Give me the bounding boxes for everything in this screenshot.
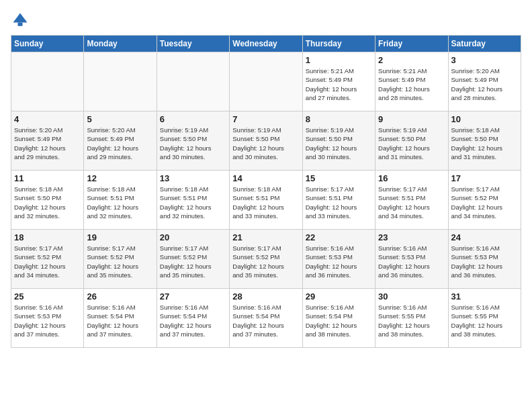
week-row-5: 25Sunrise: 5:16 AM Sunset: 5:53 PM Dayli…: [11, 289, 521, 348]
calendar-cell: 26Sunrise: 5:16 AM Sunset: 5:54 PM Dayli…: [84, 289, 157, 348]
day-info: Sunrise: 5:20 AM Sunset: 5:49 PM Dayligh…: [14, 126, 81, 161]
calendar-cell: 30Sunrise: 5:16 AM Sunset: 5:55 PM Dayli…: [375, 289, 448, 348]
day-info: Sunrise: 5:16 AM Sunset: 5:54 PM Dayligh…: [232, 303, 299, 338]
calendar-cell: 25Sunrise: 5:16 AM Sunset: 5:53 PM Dayli…: [11, 289, 84, 348]
day-number: 15: [306, 173, 372, 183]
week-row-3: 11Sunrise: 5:18 AM Sunset: 5:50 PM Dayli…: [11, 171, 521, 230]
logo: [11, 11, 32, 30]
day-number: 8: [306, 114, 372, 124]
calendar-cell: [230, 52, 302, 111]
day-number: 6: [160, 114, 226, 124]
day-info: Sunrise: 5:16 AM Sunset: 5:54 PM Dayligh…: [160, 303, 226, 338]
day-number: 7: [232, 114, 299, 124]
calendar-cell: 22Sunrise: 5:16 AM Sunset: 5:53 PM Dayli…: [302, 230, 375, 289]
day-number: 17: [451, 173, 518, 183]
day-number: 13: [160, 173, 226, 183]
calendar-cell: 6Sunrise: 5:19 AM Sunset: 5:50 PM Daylig…: [157, 111, 229, 171]
calendar-cell: 17Sunrise: 5:17 AM Sunset: 5:52 PM Dayli…: [448, 171, 521, 230]
day-number: 11: [14, 173, 81, 183]
day-number: 12: [87, 173, 153, 183]
day-info: Sunrise: 5:16 AM Sunset: 5:53 PM Dayligh…: [14, 303, 81, 338]
week-row-4: 18Sunrise: 5:17 AM Sunset: 5:52 PM Dayli…: [11, 230, 521, 289]
day-info: Sunrise: 5:17 AM Sunset: 5:52 PM Dayligh…: [232, 244, 299, 279]
day-info: Sunrise: 5:19 AM Sunset: 5:50 PM Dayligh…: [232, 126, 299, 161]
day-number: 23: [378, 232, 445, 242]
day-number: 9: [378, 114, 445, 124]
day-info: Sunrise: 5:18 AM Sunset: 5:50 PM Dayligh…: [451, 126, 518, 161]
day-info: Sunrise: 5:20 AM Sunset: 5:49 PM Dayligh…: [451, 66, 518, 102]
calendar-cell: 16Sunrise: 5:17 AM Sunset: 5:51 PM Dayli…: [375, 171, 448, 230]
page-header: [11, 11, 521, 30]
day-info: Sunrise: 5:16 AM Sunset: 5:53 PM Dayligh…: [451, 244, 518, 279]
day-number: 30: [378, 291, 445, 302]
day-info: Sunrise: 5:19 AM Sunset: 5:50 PM Dayligh…: [306, 126, 372, 161]
day-info: Sunrise: 5:16 AM Sunset: 5:55 PM Dayligh…: [378, 303, 445, 338]
day-number: 31: [451, 291, 518, 302]
calendar-cell: 10Sunrise: 5:18 AM Sunset: 5:50 PM Dayli…: [448, 111, 521, 171]
day-number: 22: [306, 232, 372, 242]
day-info: Sunrise: 5:17 AM Sunset: 5:52 PM Dayligh…: [14, 244, 81, 279]
day-info: Sunrise: 5:17 AM Sunset: 5:51 PM Dayligh…: [306, 185, 372, 220]
day-info: Sunrise: 5:17 AM Sunset: 5:52 PM Dayligh…: [87, 244, 153, 279]
svg-rect-1: [18, 23, 23, 26]
logo-icon: [11, 11, 30, 30]
day-number: 10: [451, 114, 518, 124]
calendar-cell: 23Sunrise: 5:16 AM Sunset: 5:53 PM Dayli…: [375, 230, 448, 289]
calendar-cell: 18Sunrise: 5:17 AM Sunset: 5:52 PM Dayli…: [11, 230, 84, 289]
calendar-cell: [157, 52, 229, 111]
day-number: 1: [306, 55, 372, 65]
day-info: Sunrise: 5:18 AM Sunset: 5:51 PM Dayligh…: [87, 185, 153, 220]
calendar-cell: 5Sunrise: 5:20 AM Sunset: 5:49 PM Daylig…: [84, 111, 157, 171]
day-number: 25: [14, 291, 81, 302]
day-number: 20: [160, 232, 226, 242]
day-info: Sunrise: 5:16 AM Sunset: 5:54 PM Dayligh…: [87, 303, 153, 338]
day-info: Sunrise: 5:16 AM Sunset: 5:53 PM Dayligh…: [378, 244, 445, 279]
day-number: 21: [232, 232, 299, 242]
day-info: Sunrise: 5:16 AM Sunset: 5:54 PM Dayligh…: [306, 303, 372, 338]
day-info: Sunrise: 5:19 AM Sunset: 5:50 PM Dayligh…: [160, 126, 226, 161]
calendar-cell: 14Sunrise: 5:18 AM Sunset: 5:51 PM Dayli…: [230, 171, 302, 230]
weekday-header-monday: Monday: [84, 36, 157, 52]
day-info: Sunrise: 5:17 AM Sunset: 5:51 PM Dayligh…: [378, 185, 445, 220]
calendar-cell: 8Sunrise: 5:19 AM Sunset: 5:50 PM Daylig…: [302, 111, 375, 171]
calendar-cell: 20Sunrise: 5:17 AM Sunset: 5:52 PM Dayli…: [157, 230, 229, 289]
day-info: Sunrise: 5:21 AM Sunset: 5:49 PM Dayligh…: [306, 66, 372, 102]
calendar-cell: 9Sunrise: 5:19 AM Sunset: 5:50 PM Daylig…: [375, 111, 448, 171]
calendar-cell: 27Sunrise: 5:16 AM Sunset: 5:54 PM Dayli…: [157, 289, 229, 348]
calendar-cell: 31Sunrise: 5:16 AM Sunset: 5:55 PM Dayli…: [448, 289, 521, 348]
calendar-cell: 1Sunrise: 5:21 AM Sunset: 5:49 PM Daylig…: [302, 52, 375, 111]
day-number: 16: [378, 173, 445, 183]
calendar-cell: 24Sunrise: 5:16 AM Sunset: 5:53 PM Dayli…: [448, 230, 521, 289]
day-info: Sunrise: 5:17 AM Sunset: 5:52 PM Dayligh…: [451, 185, 518, 220]
calendar-cell: 11Sunrise: 5:18 AM Sunset: 5:50 PM Dayli…: [11, 171, 84, 230]
calendar-cell: 7Sunrise: 5:19 AM Sunset: 5:50 PM Daylig…: [230, 111, 302, 171]
calendar-table: SundayMondayTuesdayWednesdayThursdayFrid…: [11, 35, 521, 348]
day-number: 4: [14, 114, 81, 124]
day-info: Sunrise: 5:18 AM Sunset: 5:51 PM Dayligh…: [160, 185, 226, 220]
calendar-cell: 4Sunrise: 5:20 AM Sunset: 5:49 PM Daylig…: [11, 111, 84, 171]
calendar-cell: 15Sunrise: 5:17 AM Sunset: 5:51 PM Dayli…: [302, 171, 375, 230]
day-info: Sunrise: 5:17 AM Sunset: 5:52 PM Dayligh…: [160, 244, 226, 279]
day-number: 3: [451, 55, 518, 65]
weekday-header-thursday: Thursday: [302, 36, 375, 52]
day-number: 5: [87, 114, 153, 124]
calendar-cell: 12Sunrise: 5:18 AM Sunset: 5:51 PM Dayli…: [84, 171, 157, 230]
day-number: 19: [87, 232, 153, 242]
day-info: Sunrise: 5:21 AM Sunset: 5:49 PM Dayligh…: [378, 66, 445, 102]
weekday-header-wednesday: Wednesday: [230, 36, 302, 52]
day-number: 26: [87, 291, 153, 302]
day-number: 24: [451, 232, 518, 242]
calendar-cell: 13Sunrise: 5:18 AM Sunset: 5:51 PM Dayli…: [157, 171, 229, 230]
day-info: Sunrise: 5:20 AM Sunset: 5:49 PM Dayligh…: [87, 126, 153, 161]
day-info: Sunrise: 5:18 AM Sunset: 5:51 PM Dayligh…: [232, 185, 299, 220]
day-info: Sunrise: 5:16 AM Sunset: 5:53 PM Dayligh…: [306, 244, 372, 279]
calendar-cell: 2Sunrise: 5:21 AM Sunset: 5:49 PM Daylig…: [375, 52, 448, 111]
calendar-cell: [11, 52, 84, 111]
day-number: 14: [232, 173, 299, 183]
svg-marker-0: [13, 13, 28, 23]
day-info: Sunrise: 5:18 AM Sunset: 5:50 PM Dayligh…: [14, 185, 81, 220]
weekday-header-tuesday: Tuesday: [157, 36, 229, 52]
weekday-header-row: SundayMondayTuesdayWednesdayThursdayFrid…: [11, 36, 521, 52]
day-number: 18: [14, 232, 81, 242]
weekday-header-saturday: Saturday: [448, 36, 521, 52]
